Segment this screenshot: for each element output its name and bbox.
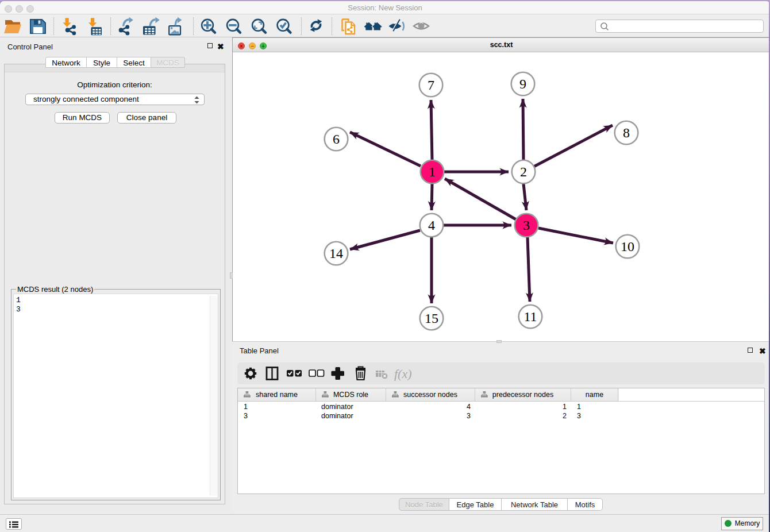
svg-text:4: 4 <box>428 218 435 233</box>
svg-text:11: 11 <box>523 309 537 324</box>
svg-text:8: 8 <box>623 125 630 140</box>
svg-text:f(x): f(x) <box>394 367 412 381</box>
svg-text:14: 14 <box>329 246 343 261</box>
svg-text:9: 9 <box>519 76 526 91</box>
svg-text:15: 15 <box>425 311 438 326</box>
svg-text:1: 1 <box>429 164 436 179</box>
svg-text:6: 6 <box>333 132 340 147</box>
svg-text:7: 7 <box>428 78 434 92</box>
svg-text:3: 3 <box>523 218 530 233</box>
svg-text:2: 2 <box>520 164 527 179</box>
svg-text:10: 10 <box>621 239 634 254</box>
